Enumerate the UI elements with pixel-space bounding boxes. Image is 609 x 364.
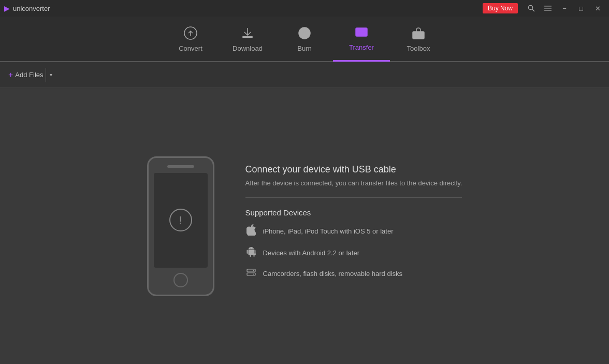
svg-point-9 [303,32,306,35]
phone-speaker [167,165,194,168]
titlebar-left: ▶ uniconverter [4,4,50,12]
buy-now-button[interactable]: Buy Now [483,3,518,13]
titlebar: ▶ uniconverter Buy Now − □ ✕ [0,0,609,17]
nav-item-convert[interactable]: Convert [162,16,219,62]
svg-point-0 [529,6,533,10]
connect-title: Connect your device with USB cable [245,164,462,175]
apple-icon [245,224,257,238]
android-icon [245,246,257,259]
add-files-button[interactable]: + Add Files [8,70,44,80]
device-item-apple: iPhone, iPad, iPod Touch with iOS 5 or l… [245,224,462,238]
app-logo-icon: ▶ [4,4,10,12]
nav-label-convert: Convert [179,45,202,52]
download-icon [240,26,255,42]
maximize-button[interactable]: □ [574,3,588,14]
svg-rect-17 [417,34,420,36]
navbar: Convert Download Burn [0,17,609,62]
main-content: ! Connect your device with USB cable Aft… [0,88,609,364]
titlebar-right: Buy Now − □ ✕ [483,3,605,14]
phone-screen: ! [154,173,208,268]
supported-devices-title: Supported Devices [245,208,462,217]
toolbox-icon [411,26,426,42]
nav-label-burn: Burn [297,45,311,52]
storage-icon [245,268,257,280]
svg-point-20 [253,270,254,271]
svg-rect-7 [242,36,253,38]
svg-rect-2 [544,6,552,7]
nav-item-transfer[interactable]: Transfer [333,16,390,62]
device-android-text: Devices with Android 2.2 or later [263,249,359,257]
phone-home-button [173,273,188,287]
app-name: uniconverter [13,5,50,12]
add-files-label: Add Files [15,71,43,79]
nav-label-transfer: Transfer [349,43,374,51]
add-files-dropdown-button[interactable]: ▾ [46,68,56,82]
add-icon: + [8,70,13,80]
info-panel: Connect your device with USB cable After… [245,164,462,288]
connect-description: After the device is connected, you can t… [245,179,462,187]
search-button[interactable] [524,3,539,14]
nav-item-burn[interactable]: Burn [276,16,333,62]
close-button[interactable]: ✕ [590,3,605,14]
device-item-android: Devices with Android 2.2 or later [245,246,462,259]
svg-line-1 [532,9,535,12]
nav-label-toolbox: Toolbox [407,45,430,52]
toolbar: + Add Files ▾ [0,62,609,88]
nav-item-download[interactable]: Download [219,16,276,62]
device-other-text: Camcorders, flash disks, removable hard … [263,270,403,278]
phone-illustration: ! [147,156,214,296]
svg-rect-4 [544,10,552,11]
divider [245,197,462,198]
content-inner: ! Connect your device with USB cable Aft… [147,156,462,296]
phone-circle-icon: ! [169,209,192,231]
svg-point-21 [253,274,254,275]
transfer-icon [354,25,369,41]
nav-label-download: Download [233,45,263,52]
menu-icon [544,5,552,12]
device-item-other: Camcorders, flash disks, removable hard … [245,268,462,280]
minimize-button[interactable]: − [557,3,572,14]
burn-icon [297,26,312,42]
device-apple-text: iPhone, iPad, iPod Touch with iOS 5 or l… [263,227,394,235]
convert-icon [183,26,198,42]
search-icon [528,5,535,12]
svg-rect-3 [544,8,552,9]
nav-item-toolbox[interactable]: Toolbox [390,16,447,62]
menu-button[interactable] [541,3,555,14]
